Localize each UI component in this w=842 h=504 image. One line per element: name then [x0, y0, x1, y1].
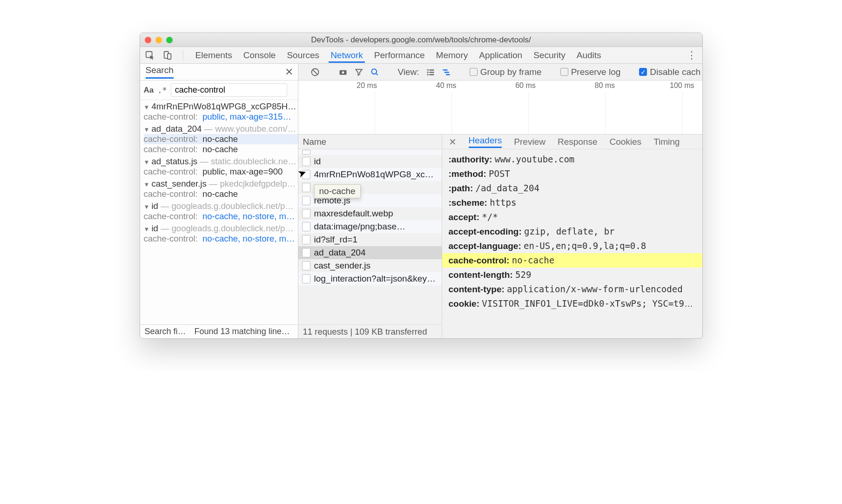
waterfall-timeline[interactable]: 20 ms 40 ms 60 ms 80 ms 100 ms: [298, 81, 702, 134]
search-result-group: ▼ad_status.js — static.doubleclick.ne…ca…: [140, 155, 298, 177]
request-footer: 11 requests | 109 KB transferred: [298, 324, 442, 338]
details-pane: ✕ Headers Preview Response Cookies Timin…: [442, 134, 702, 338]
match-case-toggle[interactable]: Aa: [144, 86, 154, 95]
svg-point-6: [342, 71, 344, 74]
file-icon: [302, 157, 310, 166]
tooltip: no-cache: [314, 184, 361, 198]
header-line: cache-control: no-cache: [442, 253, 702, 268]
search-result-line[interactable]: cache-control: no-cache: [144, 189, 298, 199]
tick-label: 80 ms: [536, 81, 615, 90]
search-result-group: ▼ad_data_204 — www.youtube.com/…cache-co…: [140, 122, 298, 155]
file-icon: [302, 274, 310, 283]
tick-label: 20 ms: [298, 81, 377, 90]
headers-body[interactable]: :authority: www.youtube.com:method: POST…: [442, 149, 702, 338]
svg-rect-14: [443, 69, 447, 71]
network-toolbar: View: Group by frame Preserve log: [298, 64, 702, 81]
search-result-line[interactable]: cache-control: no-cache: [144, 144, 298, 155]
search-result-line[interactable]: cache-control: no-cache, no-store, m…: [144, 211, 298, 222]
group-by-frame-checkbox[interactable]: Group by frame: [470, 67, 542, 77]
search-result-group: ▼id — googleads.g.doubleclick.net/p…cach…: [140, 222, 298, 244]
request-row[interactable]: 4mrRnEPnWo81qWPG8_xcG…: [298, 168, 442, 181]
clear-log-icon[interactable]: [310, 67, 320, 77]
tab-network[interactable]: Network: [329, 47, 365, 63]
file-icon: [302, 248, 310, 257]
inspect-element-icon[interactable]: [145, 50, 155, 60]
request-row[interactable]: id: [298, 155, 442, 168]
search-result-line[interactable]: cache-control: public, max-age=315…: [144, 112, 298, 122]
search-result-group: ▼id — googleads.g.doubleclick.net/p…cach…: [140, 200, 298, 222]
close-details-icon[interactable]: ✕: [449, 136, 457, 148]
search-result-title[interactable]: ▼cast_sender.js — pkedcjkdefgpdelp…: [144, 179, 298, 189]
devtools-window: DevTools - developers.google.com/web/too…: [140, 33, 703, 339]
search-result-line[interactable]: cache-control: public, max-age=900: [144, 167, 298, 177]
tab-timing[interactable]: Timing: [653, 137, 680, 147]
search-result-line[interactable]: cache-control: no-cache: [144, 134, 298, 144]
more-options-icon[interactable]: ⋮: [687, 49, 698, 61]
search-result-title[interactable]: ▼4mrRnEPnWo81qWPG8_xcGP85HC…: [144, 101, 298, 112]
regex-toggle[interactable]: .*: [157, 86, 167, 95]
tick-label: 100 ms: [615, 81, 694, 90]
minimize-window-icon[interactable]: [155, 37, 162, 43]
tab-sources[interactable]: Sources: [285, 47, 321, 63]
tab-memory[interactable]: Memory: [434, 47, 470, 63]
preserve-log-label: Preserve log: [571, 67, 621, 77]
screenshot-icon[interactable]: [338, 67, 348, 77]
tab-application[interactable]: Application: [477, 47, 524, 63]
header-line: :authority: www.youtube.com: [442, 152, 702, 167]
search-results: ▼4mrRnEPnWo81qWPG8_xcGP85HC…cache-contro…: [140, 100, 298, 324]
tab-audits[interactable]: Audits: [575, 47, 603, 63]
filter-icon[interactable]: [354, 67, 364, 77]
header-line: :method: POST: [442, 167, 702, 181]
request-row[interactable]: id?slf_rd=1: [298, 233, 442, 246]
network-pane: View: Group by frame Preserve log: [298, 64, 702, 338]
close-icon[interactable]: ✕: [285, 66, 293, 78]
request-row[interactable]: data:image/png;base…: [298, 220, 442, 233]
svg-rect-10: [427, 72, 428, 73]
header-line: cookie: VISITOR_INFO1_LIVE=dDk0-xTswPs; …: [442, 296, 702, 311]
search-input-row: Aa .*: [140, 81, 298, 100]
tab-performance[interactable]: Performance: [372, 47, 427, 63]
search-footer-left: Search fi…: [145, 327, 186, 336]
close-window-icon[interactable]: [145, 37, 151, 43]
request-list-header[interactable]: Name: [298, 134, 442, 149]
request-list: Name id4mrRnEPnWo81qWPG8_xcG…ad_status.j…: [298, 134, 442, 338]
file-icon: [302, 196, 310, 205]
request-row[interactable]: cast_sender.js: [298, 259, 442, 272]
header-line: accept-encoding: gzip, deflate, br: [442, 224, 702, 239]
zoom-window-icon[interactable]: [166, 37, 173, 43]
search-icon[interactable]: [370, 67, 379, 77]
search-result-group: ▼cast_sender.js — pkedcjkdefgpdelp…cache…: [140, 177, 298, 200]
svg-rect-13: [429, 74, 434, 75]
search-result-title[interactable]: ▼ad_data_204 — www.youtube.com/…: [144, 124, 298, 134]
tick-label: 60 ms: [457, 81, 536, 90]
tab-security[interactable]: Security: [532, 47, 567, 63]
search-tab-label[interactable]: Search: [146, 65, 174, 79]
search-input[interactable]: [171, 83, 287, 97]
tab-headers[interactable]: Headers: [469, 135, 502, 148]
request-row[interactable]: ad_data_204: [298, 246, 442, 259]
tab-console[interactable]: Console: [242, 47, 278, 63]
preserve-log-checkbox[interactable]: Preserve log: [560, 67, 621, 77]
search-footer: Search fi… Found 13 matching line…: [140, 324, 298, 338]
list-view-icon[interactable]: [426, 67, 435, 77]
request-row[interactable]: maxresdefault.webp: [298, 207, 442, 220]
search-result-title[interactable]: ▼ad_status.js — static.doubleclick.ne…: [144, 156, 298, 167]
details-tabs: ✕ Headers Preview Response Cookies Timin…: [442, 134, 702, 149]
tab-preview[interactable]: Preview: [514, 137, 546, 147]
search-result-line[interactable]: cache-control: no-cache, no-store, m…: [144, 234, 298, 244]
file-icon: [302, 209, 310, 218]
divider: [183, 50, 183, 60]
search-result-title[interactable]: ▼id — googleads.g.doubleclick.net/p…: [144, 223, 298, 234]
search-result-group: ▼4mrRnEPnWo81qWPG8_xcGP85HC…cache-contro…: [140, 100, 298, 122]
file-icon: [302, 222, 310, 231]
search-result-title[interactable]: ▼id — googleads.g.doubleclick.net/p…: [144, 201, 298, 211]
disable-cache-checkbox[interactable]: ✓ Disable cach: [639, 67, 701, 77]
request-row[interactable]: log_interaction?alt=json&key…: [298, 272, 442, 285]
device-toggle-icon[interactable]: [162, 50, 173, 60]
svg-rect-8: [427, 69, 428, 71]
header-line: content-type: application/x-www-form-url…: [442, 282, 702, 296]
tab-response[interactable]: Response: [558, 137, 598, 147]
tab-elements[interactable]: Elements: [194, 47, 234, 63]
tab-cookies[interactable]: Cookies: [609, 137, 641, 147]
waterfall-view-icon[interactable]: [442, 67, 451, 77]
